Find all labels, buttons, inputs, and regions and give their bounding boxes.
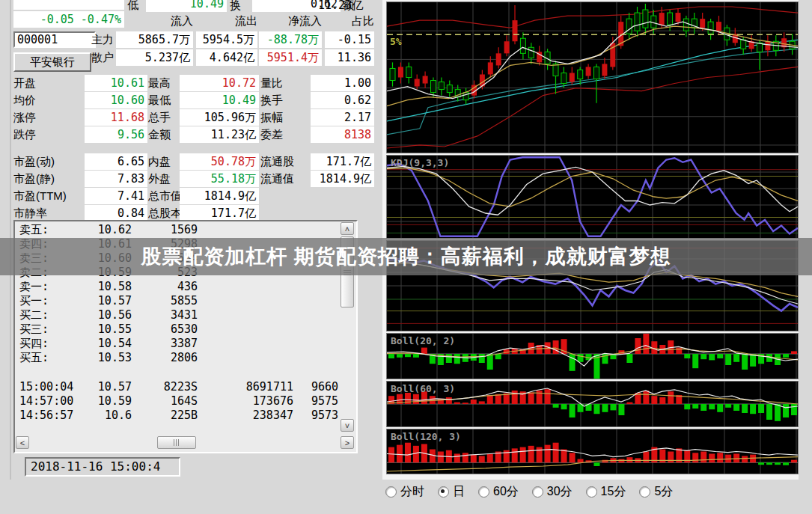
metric-label: 市盈(动): [13, 153, 85, 170]
metric-value: 1814.9亿: [311, 171, 374, 187]
buy-row: 买四:10.543387: [19, 337, 341, 351]
boll120-chart[interactable]: Boll(120, 3): [386, 429, 799, 474]
period-option-60分[interactable]: 60分: [478, 484, 519, 500]
period-label: 日: [453, 484, 465, 500]
ob-cell: 3387: [132, 337, 198, 351]
radio-icon[interactable]: [438, 486, 449, 498]
ob-cell: 9660: [293, 380, 338, 394]
ob-cell: 14:57:00: [19, 394, 63, 409]
ob-cell: 卖一:: [19, 280, 63, 294]
metric-value: 9.56: [85, 126, 147, 143]
flow-header: 占比: [325, 13, 374, 29]
stock-code-input[interactable]: [13, 31, 96, 48]
ob-cell: 买四:: [19, 337, 63, 351]
ob-cell: 9573: [293, 409, 338, 423]
ob-cell: 164S: [132, 394, 198, 409]
scroll-down-button[interactable]: ˅: [341, 419, 354, 432]
metric-label: 开盘: [13, 75, 85, 91]
boll60-chart[interactable]: Boll(60, 3): [386, 381, 799, 427]
field-label: 换: [230, 0, 241, 13]
buy-row: 买二:10.563431: [19, 308, 341, 322]
period-option-日[interactable]: 日: [438, 484, 465, 500]
kdj-chart[interactable]: KDJ(9,3,3): [386, 155, 799, 239]
main-chart-svg: [387, 2, 798, 153]
ob-cell: 8691711: [198, 380, 293, 394]
radio-icon[interactable]: [385, 486, 397, 498]
boll120-chart-label: Boll(120, 3): [391, 431, 461, 442]
ob-cell: 5855: [132, 294, 198, 308]
change-display: -0.05 -0.47%: [13, 11, 124, 28]
period-option-5分[interactable]: 5分: [639, 484, 673, 500]
ob-cell: 10.53: [63, 351, 132, 365]
metric-value: 11.23亿: [180, 126, 259, 143]
radio-icon[interactable]: [478, 486, 489, 498]
flow-header: 净流入: [259, 13, 322, 29]
flow-value: -88.78万: [259, 31, 322, 48]
buy-row: 买五:10.532806: [19, 351, 341, 365]
metric-value: 171.7亿: [311, 153, 374, 170]
radio-icon[interactable]: [639, 486, 650, 498]
field-label: 低: [127, 0, 138, 13]
metric-value: 7.41: [85, 188, 147, 204]
period-option-分时[interactable]: 分时: [385, 484, 424, 500]
ob-cell: 10.56: [63, 308, 132, 322]
scroll-up-button[interactable]: ˄: [341, 222, 354, 235]
ob-cell: 14:56:57: [19, 409, 63, 423]
field-value: 11.23亿: [318, 0, 363, 13]
ob-cell: 买三:: [19, 322, 63, 337]
metric-value: 2.17: [311, 109, 374, 126]
metric-label: 流通值: [260, 171, 313, 187]
buy-row: 买一:10.575855: [19, 294, 341, 308]
period-option-15分[interactable]: 15分: [586, 484, 626, 500]
radio-icon[interactable]: [586, 486, 597, 498]
ad-banner[interactable]: 股票配资加杠杆 期货配资招聘：高薪福利，成就财富梦想: [0, 238, 812, 275]
metric-value: 105.96万: [180, 109, 259, 126]
period-selector: 分时日60分30分15分5分: [385, 482, 799, 501]
period-label: 5分: [654, 484, 673, 500]
kdj-label: KDJ(9,3,3): [391, 157, 449, 168]
metric-label: 委差: [260, 126, 313, 143]
boll20-chart[interactable]: Boll(20, 2): [386, 333, 799, 379]
ob-cell: 10.6: [63, 409, 132, 423]
period-label: 60分: [493, 484, 519, 500]
metric-label: 市盈(静): [13, 171, 85, 187]
flow-header: 流入: [116, 13, 193, 29]
ob-cell: 10.57: [63, 380, 132, 394]
field-value: 10.49: [146, 0, 227, 12]
h-scroll-thumb[interactable]: [157, 436, 196, 449]
ob-cell: 10.59: [63, 394, 132, 409]
scroll-left-button[interactable]: ˂: [16, 436, 29, 449]
metric-label: 涨停: [13, 109, 85, 126]
ob-cell: 3431: [132, 308, 198, 322]
boll60-chart-label: Boll(60, 3): [391, 383, 455, 394]
threshold-label: 5%: [390, 36, 402, 47]
ob-cell: 9575: [293, 394, 338, 409]
flow-row-label: 主力: [91, 31, 114, 48]
ob-cell: 10.57: [63, 294, 132, 308]
sell-row: 卖五:10.621569: [19, 223, 341, 237]
stock-name-button[interactable]: 平安银行: [13, 52, 91, 72]
ob-cell: 买二:: [19, 308, 63, 322]
ob-cell: 买五:: [19, 351, 63, 365]
metric-label: 换手: [260, 92, 313, 108]
ob-cell: 1569: [132, 223, 198, 237]
metric-value: 0.84: [85, 205, 147, 221]
period-option-30分[interactable]: 30分: [532, 484, 573, 500]
ob-cell: 15:00:04: [19, 380, 63, 394]
main-chart[interactable]: 5%: [386, 1, 799, 153]
ob-cell: 8223S: [132, 380, 198, 394]
metric-label: 量比: [260, 75, 313, 91]
period-label: 分时: [400, 484, 424, 500]
ob-cell: 10.58: [63, 280, 132, 294]
tick-row: 14:57:0010.59164S1736769575: [19, 394, 341, 409]
ob-cell: 2806: [132, 351, 198, 365]
flow-row-label: 散户: [91, 49, 114, 66]
metric-value: 10.61: [85, 75, 147, 91]
ob-cell: 10.55: [63, 322, 132, 337]
metric-label: 市盈(TTM): [13, 188, 85, 204]
scroll-right-button[interactable]: ˃: [341, 436, 354, 449]
metric-value: 7.83: [85, 171, 147, 187]
radio-icon[interactable]: [532, 486, 543, 498]
metric-value: 10.60: [85, 92, 147, 108]
metric-value: 1814.9亿: [180, 188, 259, 204]
